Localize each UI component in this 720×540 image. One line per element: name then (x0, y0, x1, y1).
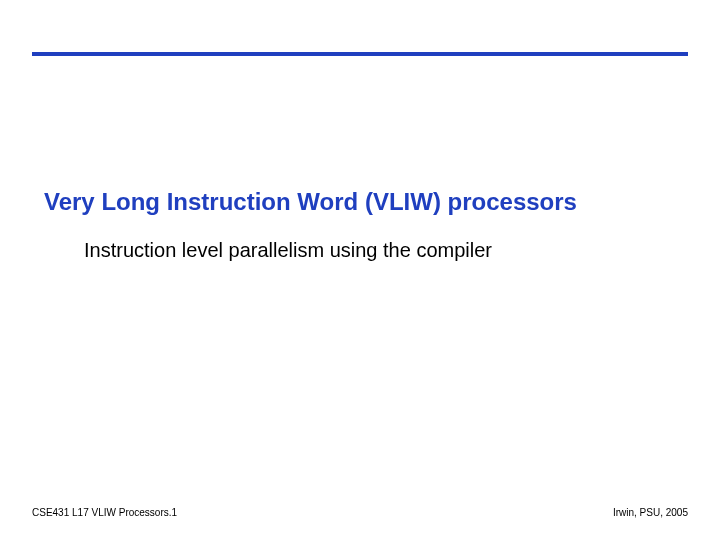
footer-right: Irwin, PSU, 2005 (613, 507, 688, 518)
slide-subtitle: Instruction level parallelism using the … (84, 238, 680, 262)
slide-title: Very Long Instruction Word (VLIW) proces… (44, 188, 680, 217)
top-divider (32, 52, 688, 56)
slide: Very Long Instruction Word (VLIW) proces… (0, 0, 720, 540)
footer-left: CSE431 L17 VLIW Processors.1 (32, 507, 177, 518)
